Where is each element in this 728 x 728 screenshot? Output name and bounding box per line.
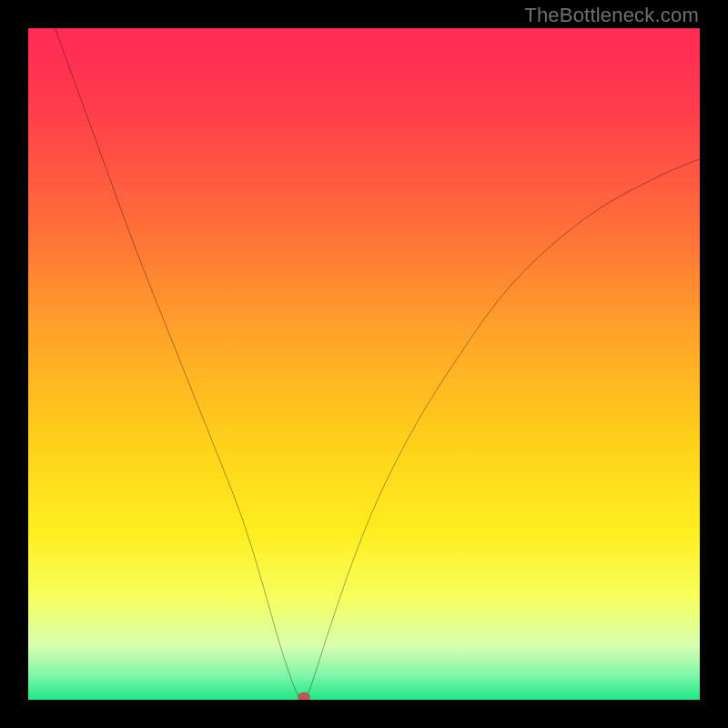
optimal-marker — [298, 693, 310, 701]
watermark-text: TheBottleneck.com — [524, 4, 699, 27]
plot-area — [28, 28, 700, 700]
bottleneck-curve — [28, 28, 700, 700]
chart-frame: TheBottleneck.com — [0, 0, 728, 728]
